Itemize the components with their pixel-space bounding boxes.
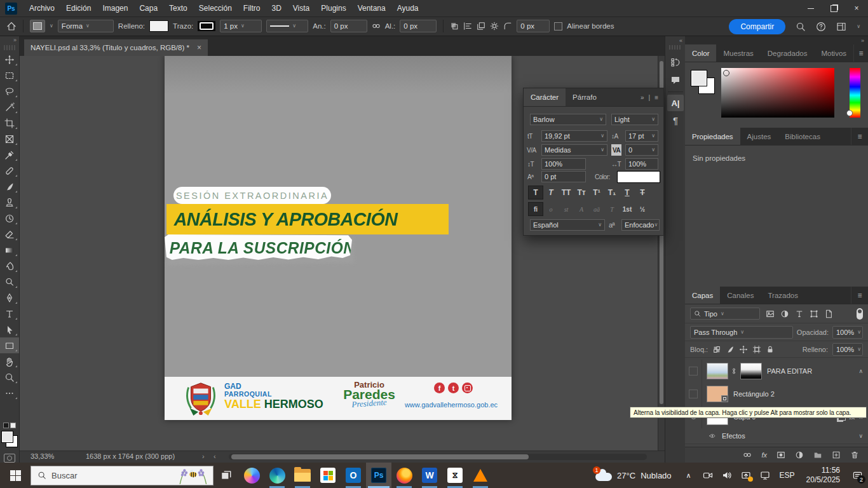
path-arrangement-icon[interactable] [477,22,485,30]
tool-healing[interactable] [0,163,19,179]
path-alignment-icon[interactable] [463,22,472,30]
home-icon[interactable] [6,21,17,31]
task-view-button[interactable] [214,463,239,488]
horizontal-scale-input[interactable]: 100% [625,158,658,170]
layer-name[interactable]: Rectángulo 2 [733,390,775,398]
blend-mode-select[interactable]: Pass Through ∨ [690,326,793,339]
char-smallcaps-button[interactable]: Tᴛ [574,186,588,199]
close-button[interactable]: × [845,0,868,17]
font-size-select[interactable]: 19,92 pt ∨ [541,130,607,142]
meet-now-icon[interactable] [700,463,715,488]
hue-slider[interactable] [850,68,860,118]
chevron-down-icon[interactable]: ∨ [858,433,868,439]
effects-row[interactable]: Efectos ∨ [685,428,868,444]
stroke-swatch[interactable] [198,21,215,31]
tool-preset-icon[interactable] [30,20,45,32]
menu-capa[interactable]: Capa [133,0,163,17]
horizontal-scrollbar[interactable] [229,454,647,460]
char-ligatures-button[interactable]: fi [529,203,543,215]
vlc-button[interactable] [468,463,493,488]
layers-panel-menu-icon[interactable]: ≡ [851,287,868,304]
menu-archivo[interactable]: Archivo [24,0,60,17]
char-fractions-button[interactable]: ½ [635,203,649,215]
menu-vista[interactable]: Vista [287,0,315,17]
path-operations-icon[interactable] [450,22,459,30]
filter-shape-layers-icon[interactable] [810,309,818,318]
text-color-swatch[interactable] [617,171,660,183]
stroke-width-select[interactable]: 1 px ∨ [220,20,262,32]
menu-seleccin[interactable]: Selección [193,0,238,17]
char-bold-button[interactable]: T [529,186,543,199]
firefox-button[interactable] [391,463,417,488]
tab-capas[interactable]: Capas [685,287,720,304]
foreground-background-swatches[interactable] [1,431,18,447]
tool-smudge[interactable] [0,258,19,274]
tab-color[interactable]: Color [685,44,716,62]
saturation-brightness-field[interactable] [721,68,834,118]
eye-icon[interactable] [708,433,717,439]
tab-canales[interactable]: Canales [720,287,761,304]
share-button[interactable]: Compartir [729,19,785,34]
tool-preset-chevron-icon[interactable]: ∨ [50,24,53,29]
tool-type[interactable] [0,306,19,322]
shape-width-input[interactable]: 0 px [330,20,367,32]
document-tab[interactable]: NAYELI.psd al 33,3% (Titulo y cuadros, R… [24,39,208,56]
menu-plugins[interactable]: Plugins [315,0,351,17]
horizontal-scrollbar-thumb[interactable] [231,454,529,459]
edge-button[interactable] [264,463,290,488]
layer-mask-thumbnail[interactable] [740,363,762,379]
zoom-level[interactable]: 33,33% [31,452,54,460]
update-status-icon[interactable] [738,463,754,488]
char-superscript-button[interactable]: T¹ [590,186,604,199]
lock-position-icon[interactable] [739,345,748,354]
layer-filter-select[interactable]: Tipo ∨ [690,308,760,320]
panels-collapse-icon[interactable]: » [861,37,864,44]
hue-slider-marker[interactable] [846,110,853,116]
char-swash-button[interactable]: A [574,203,588,215]
baseline-shift-input[interactable]: 0 pt [541,171,586,182]
paragraph-panel-button[interactable]: ¶ [665,111,686,129]
tab-caracter[interactable]: Carácter [524,88,566,106]
word-button[interactable]: W [417,463,442,488]
menu-texto[interactable]: Texto [163,0,193,17]
layer-name[interactable]: PARA EDITAR [767,367,812,375]
tool-magic-wand[interactable] [0,99,19,115]
tool-lasso[interactable] [0,83,19,99]
lock-artboard-icon[interactable] [752,345,761,354]
char-ornaments-button[interactable]: o [544,203,558,215]
link-dimensions-icon[interactable] [372,22,381,30]
kerning-select[interactable]: Medidas ∨ [541,144,607,156]
filter-smart-objects-icon[interactable] [824,309,833,318]
tool-eraser[interactable] [0,226,19,242]
color-swatches[interactable] [691,70,716,95]
char-contextual-alternates-button[interactable]: aā [590,203,604,215]
layer-visibility-toggle[interactable] [685,383,702,405]
chevron-down-icon[interactable]: ∨ [857,24,860,29]
toolbar-expand-icon[interactable]: » [13,37,17,43]
tool-pen[interactable] [0,290,19,306]
add-layer-mask-icon[interactable] [776,451,785,459]
file-explorer-button[interactable] [290,463,315,488]
tool-brush[interactable] [0,179,19,194]
tab-trazados[interactable]: Trazados [761,287,805,304]
tool-crop[interactable] [0,115,19,131]
tool-dodge[interactable] [0,274,19,290]
tool-move[interactable] [0,51,19,67]
new-layer-icon[interactable] [832,451,841,459]
minimize-button[interactable] [799,0,822,17]
filter-toggle[interactable] [857,308,863,320]
volume-icon[interactable] [719,463,735,488]
scroll-left-icon[interactable]: ‹ [214,452,216,460]
lock-transparent-pixels-icon[interactable] [712,345,721,354]
photoshop-button[interactable]: Ps [366,463,391,488]
tab-motivos[interactable]: Motivos [814,44,853,62]
quick-mask-icon[interactable] [4,454,15,463]
stroke-type-select[interactable]: ∨ [266,20,308,32]
char-ordinals-button[interactable]: 1st [620,203,634,215]
notification-center-button[interactable]: 2 [846,463,868,488]
delete-layer-icon[interactable] [850,451,859,459]
tab-degradados[interactable]: Degradados [761,44,815,62]
char-underline-button[interactable]: T [620,186,634,199]
gear-icon[interactable] [490,22,499,30]
history-panel-button[interactable] [665,53,686,71]
